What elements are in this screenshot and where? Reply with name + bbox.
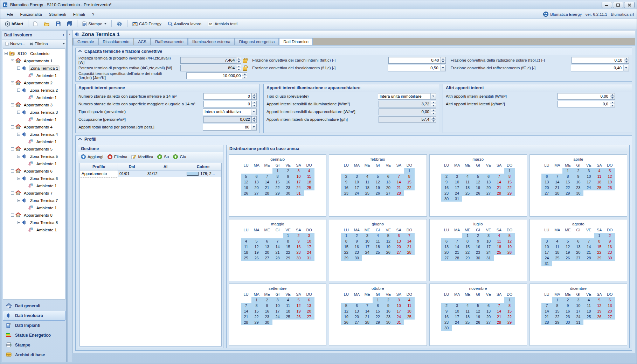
cell-al[interactable]: 31/12 <box>146 170 185 177</box>
spinner-up-icon[interactable] <box>610 101 615 104</box>
tree-item-zona-termica-8-ambiente-1[interactable]: Ambiente 1 <box>3 226 65 233</box>
menu-file[interactable]: File <box>3 11 17 18</box>
new-button[interactable] <box>31 20 40 28</box>
save-all-button[interactable] <box>64 20 75 28</box>
analizza-lavoro-button[interactable]: Analizza lavoro <box>165 20 204 28</box>
tab-generale[interactable]: Generale <box>73 38 98 45</box>
tree-expand-icon[interactable] <box>17 111 20 114</box>
open-button[interactable] <box>41 20 52 28</box>
apporti-latenti-persona-dropdown[interactable] <box>251 124 257 131</box>
stanze-maggiore-14-input[interactable]: 0 <box>203 101 252 107</box>
spinner-up-icon[interactable] <box>252 101 256 104</box>
tree-item-s110-codominio[interactable]: S110 - Codominio <box>3 50 65 57</box>
altri-latenti-input[interactable]: 0,0 <box>558 101 610 107</box>
tree-expand-icon[interactable] <box>11 125 14 128</box>
spinner[interactable] <box>242 72 247 79</box>
tab-diagnosi-energetica[interactable]: Diagnosi energetica <box>235 38 279 45</box>
tree-item-zona-termica-7[interactable]: Zona Termica 7 <box>3 197 65 204</box>
tab-illuminazione-esterna[interactable]: Illuminazione esterna <box>188 38 235 45</box>
bstart-button[interactable]: bStart <box>2 20 26 28</box>
stampe-button[interactable]: Stampe <box>80 20 109 28</box>
tree-item-zona-termica-1[interactable]: Zona Termica 1 <box>3 64 65 72</box>
tree-item-zona-termica-2-ambiente-1[interactable]: Ambiente 1 <box>3 94 65 101</box>
minimize-button[interactable] <box>602 2 612 8</box>
tipo-di-spazio-input[interactable]: Intera unità abitativa <box>203 108 251 115</box>
tree-expand-icon[interactable] <box>11 81 14 84</box>
elimina-button[interactable]: Elimina <box>28 41 50 47</box>
collapse-section-icon[interactable] <box>78 50 82 52</box>
spinner-up-icon[interactable] <box>242 73 247 76</box>
sidebar-item-dati-impianti[interactable]: Dati Impianti <box>3 321 65 330</box>
tree-expand-icon[interactable] <box>17 221 20 224</box>
sidebar-item-status-energetico[interactable]: Status Energetico <box>3 330 65 340</box>
stanze-inferiore-14-input[interactable]: 0 <box>203 93 252 100</box>
tab-raffrescamento[interactable]: Raffrescamento <box>151 38 188 45</box>
collapse-section-icon[interactable] <box>78 138 82 140</box>
spinner[interactable] <box>252 93 257 100</box>
settings-button[interactable] <box>114 20 125 28</box>
spinner-down-icon[interactable] <box>610 97 615 99</box>
spinner-up-icon[interactable] <box>441 57 445 61</box>
frazione-raffrescamento-dropdown[interactable] <box>623 65 629 71</box>
spinner-up-icon[interactable] <box>610 93 615 97</box>
spinner[interactable] <box>252 101 257 107</box>
archivio-testi-button[interactable]: ab Archivio testi <box>205 20 240 28</box>
tree-expand-icon[interactable] <box>17 199 20 202</box>
tab-acs[interactable]: ACS <box>134 38 151 45</box>
spinner[interactable] <box>441 57 446 64</box>
tree-expand-icon[interactable] <box>17 155 20 158</box>
tree-item-zona-termica-6-ambiente-1[interactable]: Ambiente 1 <box>3 182 65 189</box>
elimina-profile-button[interactable]: Elimina <box>108 154 127 159</box>
tree-item-appartamento-3[interactable]: Appartamento 3 <box>3 101 65 108</box>
tree-item-appartamento-1[interactable]: Appartamento 1 <box>3 57 65 64</box>
tipo-di-uso-input[interactable]: Intera unità immobiliare <box>378 93 430 100</box>
tree-expand-icon[interactable] <box>17 66 20 70</box>
tree-item-appartamento-2[interactable]: Appartamento 2 <box>3 79 65 86</box>
tree-expand-icon[interactable] <box>11 169 14 173</box>
giu-profile-button[interactable]: Giu <box>173 154 186 159</box>
tree-item-zona-termica-3-ambiente-1[interactable]: Ambiente 1 <box>3 116 65 123</box>
save-button[interactable] <box>53 20 63 28</box>
tree-expand-icon[interactable] <box>17 89 20 92</box>
tree-item-zona-termica-5[interactable]: Zona Termica 5 <box>3 153 65 160</box>
tree-item-zona-termica-8[interactable]: Zona Termica 8 <box>3 219 65 226</box>
tree-item-zona-termica-1-ambiente-1[interactable]: Ambiente 1 <box>3 72 65 79</box>
menu-strumenti[interactable]: Strumenti <box>46 11 70 18</box>
menu-filmati[interactable]: Filmati <box>70 11 89 18</box>
spinner-down-icon[interactable] <box>252 97 256 99</box>
sidebar-item-archivi-di-base[interactable]: Archivi di base <box>3 350 65 360</box>
column-header-al[interactable]: Al <box>146 163 185 170</box>
tipo-di-spazio-dropdown[interactable] <box>251 108 257 115</box>
sidebar-item-dati-involucro[interactable]: Dati Involucro <box>3 311 65 321</box>
menu-item[interactable]: ? <box>89 11 98 18</box>
tree-item-appartamento-5[interactable]: Appartamento 5 <box>3 145 65 153</box>
apporti-latenti-persona-input[interactable]: 80 <box>203 124 251 131</box>
capacita-termica-specifica-input[interactable]: 10.000,00 <box>186 72 242 79</box>
cell-profilo[interactable]: Appartamento <box>80 170 118 177</box>
su-profile-button[interactable]: Su <box>157 154 169 159</box>
tree-expand-icon[interactable] <box>11 214 14 217</box>
tree-item-zona-termica-6[interactable]: Zona Termica 6 <box>3 175 65 182</box>
spinner-down-icon[interactable] <box>252 104 256 107</box>
nuovo-button[interactable]: Nuovo... <box>4 41 27 47</box>
tree-item-zona-termica-2[interactable]: Zona Termica 2 <box>3 86 65 94</box>
column-header-profilo[interactable]: Profilo <box>80 163 118 170</box>
spinner-up-icon[interactable] <box>252 93 256 97</box>
menu-funzionalit[interactable]: Funzionalità <box>17 11 46 18</box>
tree-expand-icon[interactable] <box>11 59 14 62</box>
cad-energy-button[interactable]: CAD Energy <box>130 20 164 28</box>
frazione-radiazione-solare-input[interactable]: 0,10 <box>572 57 624 64</box>
tree-expand-icon[interactable] <box>17 177 20 180</box>
spinner-down-icon[interactable] <box>624 61 629 63</box>
column-header-colore[interactable]: Colore <box>185 163 221 170</box>
tree-item-zona-termica-7-ambiente-1[interactable]: Ambiente 1 <box>3 204 65 211</box>
aggiungi-profile-button[interactable]: Aggiungi <box>81 154 103 159</box>
cell-colore[interactable]: 178; 2... <box>185 170 221 177</box>
tree-item-zona-termica-5-ambiente-1[interactable]: Ambiente 1 <box>3 160 65 167</box>
cell-dal[interactable]: 01/01 <box>118 170 146 177</box>
frazione-riscaldamento-dropdown[interactable] <box>440 65 446 71</box>
maximize-button[interactable] <box>613 2 623 8</box>
sidebar-item-dati-generali[interactable]: Dati generali <box>3 301 65 311</box>
spinner[interactable] <box>624 57 629 64</box>
frazione-riscaldamento-input[interactable]: 0,50 <box>388 65 440 71</box>
